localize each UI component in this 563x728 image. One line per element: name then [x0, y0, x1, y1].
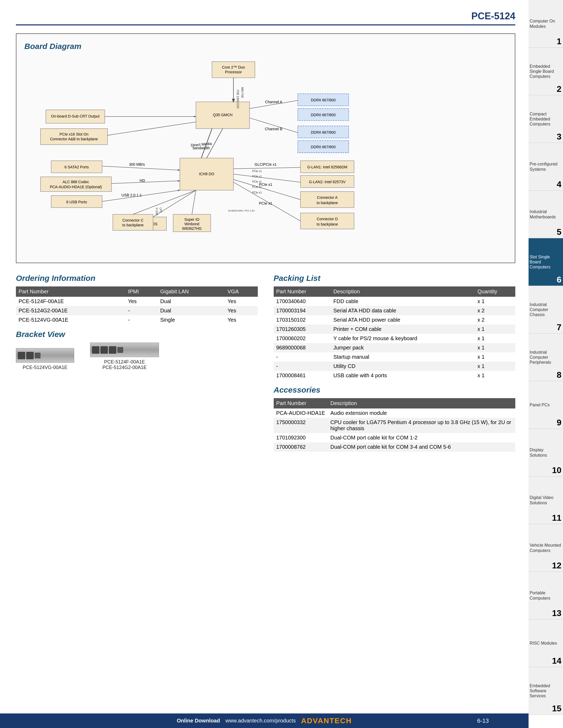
ordering-lan-0: Dual	[158, 297, 225, 306]
svg-text:PCIe x1: PCIe x1	[252, 175, 262, 178]
sidebar-label-11: Vehicle Mounted Computers	[530, 543, 562, 553]
svg-text:to backplane: to backplane	[317, 201, 338, 205]
pack-part-1: 1700003194	[274, 306, 331, 315]
svg-text:DDRII 667/800: DDRII 667/800	[311, 145, 336, 149]
svg-rect-41	[41, 177, 111, 192]
packing-row-1: 1700003194Serial ATA HDD data cablex 2	[274, 306, 516, 315]
svg-text:Connector A: Connector A	[317, 195, 338, 200]
svg-line-57	[233, 168, 301, 169]
sidebar-item-5[interactable]: Slot Single Board Computers6	[529, 238, 563, 286]
sidebar-item-13[interactable]: RISC Modules14	[529, 619, 563, 667]
sidebar-label-7: Industrial Computer Peripherals	[530, 350, 562, 365]
ordering-row-2: PCE-5124VG-00A1E-SingleYes	[16, 315, 258, 325]
pack-desc-0: FDD cable	[331, 297, 475, 306]
sidebar-item-9[interactable]: Display Solutions10	[529, 429, 563, 477]
sidebar-item-6[interactable]: Industrial Computer Chassis7	[529, 286, 563, 334]
packing-row-8: 1700008461USB cable with 4 portsx 1	[274, 371, 516, 380]
bracket-label-1: PCE-5124VG-00A1E	[23, 365, 67, 370]
pack-qty-1: x 2	[475, 306, 515, 315]
bracket-title: Bracket View	[16, 330, 258, 339]
svg-rect-31	[113, 214, 153, 231]
footer-page: 6-13	[477, 717, 489, 724]
pack-qty-4: x 1	[475, 334, 515, 343]
svg-text:Super IO: Super IO	[184, 217, 199, 222]
pack-qty-5: x 1	[475, 343, 515, 352]
sidebar-item-8[interactable]: Panel PCs9	[529, 381, 563, 429]
svg-text:6 SATA2 Ports: 6 SATA2 Ports	[65, 165, 89, 169]
col-lan: Gigabit LAN	[158, 286, 225, 297]
ordering-ipmi-1: -	[125, 306, 157, 315]
sidebar: Computer On Modules1Embedded Single Boar…	[529, 0, 563, 715]
sidebar-item-2[interactable]: Compact Embedded Computers3	[529, 95, 563, 143]
pack-part-3: 1701260305	[274, 325, 331, 334]
pack-part-4: 1700060202	[274, 334, 331, 343]
sidebar-label-12: Portable Computers	[530, 590, 562, 600]
acc-row-2: 1701092300Dual-COM port cable kit for CO…	[274, 433, 516, 442]
bottom-sections: Ordering Information Part Number IPMI Gi…	[16, 274, 515, 457]
bracket-item-1: PCE-5124VG-00A1E	[16, 348, 74, 370]
svg-text:PCIe x1: PCIe x1	[252, 186, 262, 188]
sidebar-item-1[interactable]: Embedded Single Board Computers2	[529, 48, 563, 95]
port-4	[92, 346, 99, 354]
sidebar-item-3[interactable]: Pre-configured Systems4	[529, 143, 563, 191]
sidebar-item-14[interactable]: Embedded Software Services15	[529, 667, 563, 715]
diagram-title: Board Diagram	[24, 42, 507, 51]
pack-col-qty: Quantity	[475, 286, 515, 297]
sidebar-num-11: 12	[552, 561, 561, 570]
svg-line-72	[133, 190, 196, 214]
svg-text:PCA-AUDIO-HDA1E (Optional): PCA-AUDIO-HDA1E (Optional)	[50, 185, 102, 189]
acc-col-part: Part Number	[274, 398, 328, 408]
sidebar-label-3: Pre-configured Systems	[530, 161, 562, 172]
sidebar-num-13: 14	[552, 656, 561, 666]
pack-part-7: -	[274, 362, 331, 371]
sidebar-label-8: Panel PCs	[530, 402, 550, 407]
acc-row-0: PCA-AUDIO-HDA1EAudio extension module	[274, 408, 516, 418]
port-5	[100, 346, 108, 354]
accessories-section: Accessories Part Number Description PCA-…	[274, 385, 516, 452]
sidebar-item-11[interactable]: Vehicle Mounted Computers12	[529, 524, 563, 572]
acc-desc-2: Dual-COM port cable kit for COM 1-2	[328, 433, 515, 442]
ordering-part-1: PCE-5124G2-00A1E	[16, 306, 125, 315]
sidebar-label-13: RISC Modules	[530, 641, 557, 646]
svg-text:ALC 888 Codec: ALC 888 Codec	[62, 180, 89, 184]
pack-desc-3: Printer + COM cable	[331, 325, 475, 334]
footer: Online Download www.advantech.com/produc…	[0, 713, 529, 728]
packing-tbody: 1700340640FDD cablex 11700003194Serial A…	[274, 297, 516, 380]
col-part: Part Number	[16, 286, 125, 297]
sidebar-num-10: 11	[552, 513, 561, 523]
sidebar-item-12[interactable]: Portable Computers13	[529, 572, 563, 619]
pack-part-6: -	[274, 352, 331, 362]
acc-tbody: PCA-AUDIO-HDA1EAudio extension module175…	[274, 408, 516, 452]
sidebar-num-9: 10	[552, 465, 561, 475]
packing-row-5: 9689000068Jumper packx 1	[274, 343, 516, 352]
sidebar-num-14: 15	[552, 704, 561, 713]
ordering-vga-1: Yes	[225, 306, 258, 315]
svg-text:GLCIPCIe x1: GLCIPCIe x1	[254, 162, 277, 167]
svg-text:Winbond: Winbond	[184, 222, 199, 226]
sidebar-item-4[interactable]: Industrial Motherboards5	[529, 191, 563, 238]
svg-line-66	[111, 181, 180, 183]
svg-text:DDRII 667/800: DDRII 667/800	[311, 98, 336, 102]
pack-qty-8: x 1	[475, 371, 515, 380]
packing-row-0: 1700340640FDD cablex 1	[274, 297, 516, 306]
svg-text:Processor: Processor	[225, 70, 242, 74]
pack-qty-2: x 2	[475, 315, 515, 325]
sidebar-item-0[interactable]: Computer On Modules1	[529, 0, 563, 48]
sidebar-item-10[interactable]: Digital Video Solutions11	[529, 477, 563, 524]
ordering-part-0: PCE-5124F-00A1E	[16, 297, 125, 306]
diagram-svg-container: Core 2™ Duo Processor Q35 GMCH ICH9 DO D…	[24, 56, 507, 255]
svg-text:PCIe x1: PCIe x1	[252, 180, 262, 183]
svg-text:Channel A: Channel A	[265, 100, 283, 104]
sidebar-item-7[interactable]: Industrial Computer Peripherals8	[529, 334, 563, 381]
packing-row-7: -Utility CDx 1	[274, 362, 516, 371]
board-diagram-box: Board Diagram Core 2™ Duo Processor Q35 …	[16, 33, 515, 263]
svg-line-70	[153, 190, 196, 217]
acc-part-1: 1750000332	[274, 418, 328, 433]
svg-text:DDRII 667/800: DDRII 667/800	[311, 113, 336, 117]
footer-adv: ADV	[301, 717, 318, 725]
packing-section: Packing List Part Number Description Qua…	[274, 274, 516, 380]
svg-text:to backplane: to backplane	[122, 223, 144, 227]
svg-text:PCIe x1: PCIe x1	[252, 170, 262, 173]
ordering-row-1: PCE-5124G2-00A1E-DualYes	[16, 306, 258, 315]
sidebar-num-7: 8	[557, 370, 561, 380]
